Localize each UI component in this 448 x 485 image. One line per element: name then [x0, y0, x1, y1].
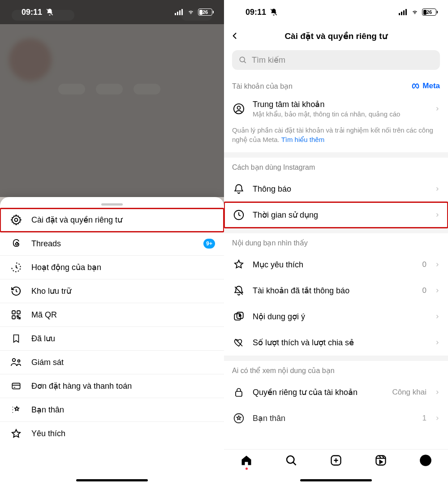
threads-icon	[11, 238, 22, 249]
row-title: Thông báo	[253, 185, 427, 194]
row-muted-accounts[interactable]: Tài khoản đã tắt thông báo 0	[224, 278, 448, 304]
menu-favorites[interactable]: Yêu thích	[0, 422, 224, 446]
menu-label: Hoạt động của bạn	[31, 262, 101, 272]
home-indicator	[76, 479, 148, 481]
menu-label: Mã QR	[31, 310, 57, 320]
svg-rect-11	[17, 311, 20, 314]
menu-threads[interactable]: Threads 9+	[0, 232, 224, 256]
menu-label: Giám sát	[31, 358, 64, 367]
svg-rect-19	[405, 9, 407, 15]
search-placeholder: Tìm kiếm	[252, 55, 285, 65]
nav-home[interactable]	[234, 454, 259, 470]
svg-rect-16	[399, 13, 400, 15]
chevron-right-icon	[435, 287, 440, 295]
phone-right: 09:11 26 Cài đặt và quyền riêng tư Tìm k…	[224, 0, 448, 485]
menu-label: Yêu thích	[31, 429, 65, 438]
chevron-left-icon	[230, 30, 239, 41]
profile-menu-sheet: Cài đặt và quyền riêng tư Threads 9+ Hoạ…	[0, 197, 224, 485]
star-icon	[10, 428, 22, 440]
row-title: Số lượt thích và lượt chia sẻ	[253, 338, 427, 348]
menu-supervision[interactable]: Giám sát	[0, 351, 224, 374]
row-value: 0	[422, 260, 426, 269]
search-input[interactable]: Tìm kiếm	[232, 50, 440, 70]
row-close-friends[interactable]: Bạn thân 1	[224, 405, 448, 431]
gear-icon	[10, 214, 22, 226]
qr-icon	[11, 309, 22, 320]
svg-point-13	[13, 359, 16, 362]
close-friends-icon	[11, 404, 22, 415]
svg-rect-12	[12, 316, 15, 319]
row-title: Trung tâm tài khoản	[253, 99, 427, 109]
menu-label: Threads	[31, 239, 61, 249]
menu-label: Đơn đặt hàng và thanh toán	[31, 381, 132, 391]
cellular-icon	[399, 9, 408, 15]
wifi-icon	[410, 9, 419, 15]
learn-more-link[interactable]: Tìm hiểu thêm	[281, 136, 325, 143]
activity-icon	[10, 262, 22, 273]
reels-icon	[375, 454, 387, 467]
archive-icon	[10, 285, 22, 297]
row-likes-shares[interactable]: Số lượt thích và lượt chia sẻ	[224, 330, 448, 356]
threads-badge: 9+	[203, 239, 215, 249]
svg-rect-6	[177, 12, 178, 15]
svg-point-31	[420, 455, 431, 466]
row-favorites[interactable]: Mục yêu thích 0	[224, 252, 448, 278]
menu-label: Đã lưu	[31, 334, 55, 343]
content-icon	[233, 311, 245, 322]
chevron-right-icon	[435, 388, 440, 396]
sheet-grabber[interactable]	[101, 203, 123, 206]
row-title: Quyền riêng tư của tài khoản	[253, 387, 385, 397]
row-account-privacy[interactable]: Quyền riêng tư của tài khoản Công khai	[224, 379, 448, 405]
chevron-right-icon	[435, 211, 440, 219]
bookmark-icon	[11, 333, 21, 344]
lock-icon	[233, 386, 244, 398]
svg-point-20	[240, 57, 245, 62]
menu-close-friends[interactable]: Bạn thân	[0, 398, 224, 422]
heart-slash-icon	[233, 337, 245, 348]
svg-rect-5	[175, 13, 176, 15]
profile-icon	[419, 454, 432, 467]
page-title: Cài đặt và quyền riêng tư	[244, 31, 442, 41]
menu-saved[interactable]: Đã lưu	[0, 327, 224, 351]
nav-create[interactable]	[323, 454, 349, 467]
chevron-right-icon	[435, 414, 440, 422]
row-account-center[interactable]: Trung tâm tài khoản Mật khẩu, bảo mật, t…	[224, 95, 448, 123]
row-title: Tài khoản đã tắt thông báo	[253, 286, 415, 296]
nav-profile[interactable]	[413, 454, 438, 467]
chevron-right-icon	[435, 105, 440, 113]
svg-rect-26	[236, 391, 242, 396]
svg-rect-30	[376, 456, 386, 465]
row-value: 1	[422, 414, 426, 423]
bell-off-icon	[270, 8, 278, 16]
bell-icon	[233, 183, 245, 195]
section-what-you-see: Nội dung bạn nhìn thấy	[224, 233, 448, 252]
meta-icon	[412, 83, 421, 89]
svg-rect-8	[181, 9, 183, 15]
row-screen-time[interactable]: Thời gian sử dụng	[224, 202, 448, 228]
menu-orders-payments[interactable]: Đơn đặt hàng và thanh toán	[0, 374, 224, 398]
section-who-can-see: Ai có thể xem nội dung của bạn	[224, 361, 448, 379]
nav-reels[interactable]	[368, 454, 393, 467]
battery-icon: 26	[198, 9, 212, 16]
dim-overlay	[0, 0, 224, 197]
back-button[interactable]	[230, 30, 244, 41]
menu-your-activity[interactable]: Hoạt động của bạn	[0, 256, 224, 279]
menu-archive[interactable]: Kho lưu trữ	[0, 279, 224, 303]
star-icon	[233, 259, 245, 270]
row-title: Thời gian sử dụng	[253, 210, 427, 220]
row-subtitle: Mật khẩu, bảo mật, thông tin cá nhân, qu…	[253, 110, 427, 118]
status-bar: 09:11 26	[224, 0, 448, 24]
svg-rect-18	[403, 10, 405, 15]
svg-point-28	[287, 456, 294, 463]
status-bar: 09:11 26	[0, 0, 224, 24]
battery-icon: 26	[422, 9, 436, 16]
row-notifications[interactable]: Thông báo	[224, 176, 448, 202]
chevron-right-icon	[435, 185, 440, 193]
row-suggested-content[interactable]: Nội dung gợi ý	[224, 304, 448, 330]
menu-settings-privacy[interactable]: Cài đặt và quyền riêng tư	[0, 208, 224, 232]
wifi-icon	[186, 9, 195, 15]
plus-square-icon	[330, 454, 342, 467]
nav-search[interactable]	[279, 454, 304, 467]
menu-qr-code[interactable]: Mã QR	[0, 303, 224, 327]
search-icon	[285, 454, 297, 467]
